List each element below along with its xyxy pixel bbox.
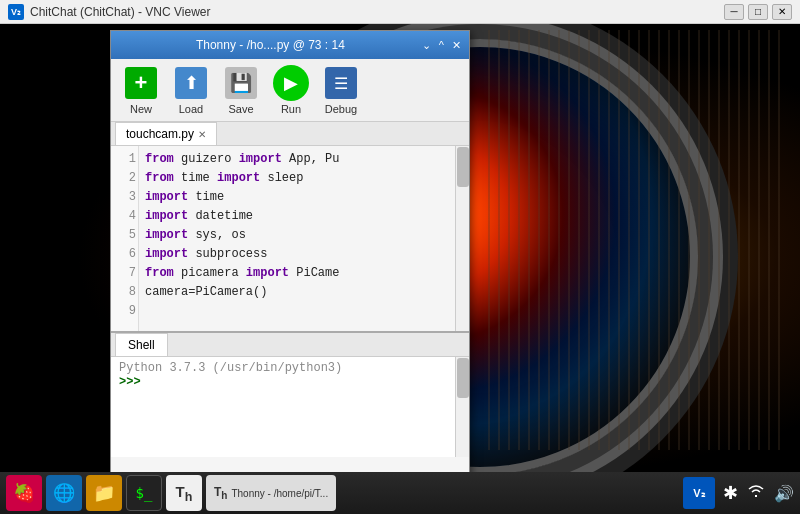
code-content[interactable]: from guizero import App, Pu from time im… — [139, 146, 455, 331]
browser-button[interactable]: 🌐 — [46, 475, 82, 511]
thonny-up-icon[interactable]: ^ — [439, 39, 444, 52]
thonny-title: Thonny - /ho....py @ 73 : 14 — [119, 38, 422, 52]
new-icon: + — [123, 65, 159, 101]
terminal-button[interactable]: $_ — [126, 475, 162, 511]
thonny-taskbar-item[interactable]: Th Thonny - /home/pi/T... — [206, 475, 336, 511]
vnc-title: ChitChat (ChitChat) - VNC Viewer — [30, 5, 724, 19]
run-icon: ▶ — [273, 65, 309, 101]
thonny-close-icon[interactable]: ✕ — [452, 39, 461, 52]
code-line-8: camera=PiCamera() — [145, 283, 449, 302]
editor-scrollbar[interactable] — [455, 146, 469, 331]
wifi-icon — [746, 483, 766, 504]
vnc-close-button[interactable]: ✕ — [772, 4, 792, 20]
shell-prompt: >>> — [119, 375, 141, 389]
load-button[interactable]: ⬆ Load — [171, 65, 211, 115]
terminal-icon: $_ — [136, 485, 153, 501]
new-button[interactable]: + New — [121, 65, 161, 115]
shell-tab-label: Shell — [128, 338, 155, 352]
code-editor[interactable]: 1 2 3 4 5 6 7 8 9 from guizero import Ap… — [111, 146, 469, 331]
line-numbers: 1 2 3 4 5 6 7 8 9 — [111, 146, 139, 331]
code-line-1: from guizero import App, Pu — [145, 150, 449, 169]
raspberry-menu-button[interactable]: 🍓 — [6, 475, 42, 511]
thonny-titlebar: Thonny - /ho....py @ 73 : 14 ⌄ ^ ✕ — [111, 31, 469, 59]
folder-icon: 📁 — [93, 482, 115, 504]
run-button[interactable]: ▶ Run — [271, 65, 311, 115]
code-line-4: import datetime — [145, 207, 449, 226]
bluetooth-icon: ✱ — [723, 482, 738, 504]
editor-scrollbar-thumb[interactable] — [457, 147, 469, 187]
code-line-9 — [145, 302, 449, 321]
globe-icon: 🌐 — [53, 482, 75, 504]
vnc-window-controls: ─ □ ✕ — [724, 4, 792, 20]
code-line-2: from time import sleep — [145, 169, 449, 188]
file-tab-label: touchcam.py — [126, 127, 194, 141]
code-line-6: import subprocess — [145, 245, 449, 264]
text-editor-button[interactable]: Th — [166, 475, 202, 511]
load-label: Load — [179, 103, 203, 115]
load-icon: ⬆ — [173, 65, 209, 101]
save-button[interactable]: 💾 Save — [221, 65, 261, 115]
new-label: New — [130, 103, 152, 115]
vnc-icon: V₂ — [8, 4, 24, 20]
thonny-toolbar: + New ⬆ Load 💾 Save ▶ Run ☰ Debug — [111, 59, 469, 122]
debug-icon: ☰ — [323, 65, 359, 101]
th-icon: Th — [176, 483, 193, 504]
thonny-taskbar-label: Thonny - /home/pi/T... — [231, 488, 328, 499]
file-tab-close-icon[interactable]: ✕ — [198, 129, 206, 140]
volume-icon: 🔊 — [774, 484, 794, 503]
shell-output[interactable]: Python 3.7.3 (/usr/bin/python3) >>> — [111, 357, 455, 457]
thonny-window: Thonny - /ho....py @ 73 : 14 ⌄ ^ ✕ + New… — [110, 30, 470, 514]
shell-prompt-line: >>> — [119, 375, 447, 389]
code-line-5: import sys, os — [145, 226, 449, 245]
taskbar: 🍓 🌐 📁 $_ Th Th Thonny - /home/pi/T... V₂… — [0, 472, 800, 514]
save-label: Save — [228, 103, 253, 115]
filemanager-button[interactable]: 📁 — [86, 475, 122, 511]
shell-area: Python 3.7.3 (/usr/bin/python3) >>> — [111, 357, 469, 457]
vnc-restore-button[interactable]: □ — [748, 4, 768, 20]
shell-section: Shell Python 3.7.3 (/usr/bin/python3) >>… — [111, 331, 469, 457]
shell-tab-bar: Shell — [111, 333, 469, 357]
run-label: Run — [281, 103, 301, 115]
code-line-7: from picamera import PiCame — [145, 264, 449, 283]
debug-label: Debug — [325, 103, 357, 115]
save-icon: 💾 — [223, 65, 259, 101]
thonny-chevron-icon[interactable]: ⌄ — [422, 39, 431, 52]
file-tab-touchcam[interactable]: touchcam.py ✕ — [115, 122, 217, 145]
raspberry-icon: 🍓 — [13, 482, 35, 504]
vnc-minimize-button[interactable]: ─ — [724, 4, 744, 20]
thonny-window-controls: ⌄ ^ ✕ — [422, 39, 461, 52]
vnc-titlebar: V₂ ChitChat (ChitChat) - VNC Viewer ─ □ … — [0, 0, 800, 24]
debug-button[interactable]: ☰ Debug — [321, 65, 361, 115]
taskbar-right-section: V₂ ✱ 🔊 — [683, 477, 794, 509]
vnc-taskbar-icon[interactable]: V₂ — [683, 477, 715, 509]
file-tabs: touchcam.py ✕ — [111, 122, 469, 146]
shell-scrollbar[interactable] — [455, 357, 469, 457]
shell-scrollbar-thumb[interactable] — [457, 358, 469, 398]
code-line-3: import time — [145, 188, 449, 207]
shell-python-version: Python 3.7.3 (/usr/bin/python3) — [119, 361, 447, 375]
shell-tab[interactable]: Shell — [115, 333, 168, 356]
thonny-taskbar-icon: Th — [214, 485, 227, 501]
